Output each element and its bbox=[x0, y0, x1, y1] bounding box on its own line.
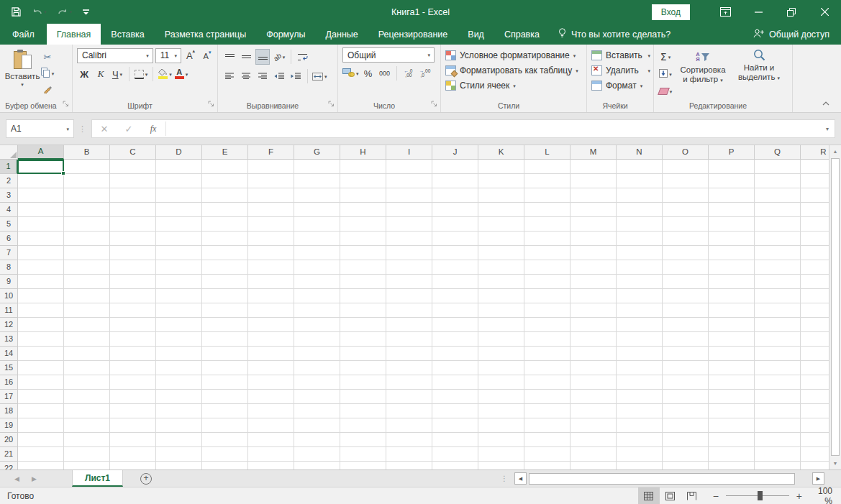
cell-N3[interactable] bbox=[617, 188, 663, 203]
cell-J1[interactable] bbox=[432, 160, 478, 174]
group-font-dialog-launcher[interactable] bbox=[208, 99, 214, 109]
cell-K6[interactable] bbox=[478, 232, 524, 246]
row-header-1[interactable]: 1 bbox=[0, 160, 18, 174]
cell-K10[interactable] bbox=[478, 289, 524, 303]
cell-L4[interactable] bbox=[524, 203, 570, 217]
cell-E3[interactable] bbox=[202, 188, 248, 203]
cell-I4[interactable] bbox=[386, 203, 432, 217]
new-sheet-button[interactable]: + bbox=[140, 473, 152, 485]
cell-J20[interactable] bbox=[432, 433, 478, 447]
cell-C1[interactable] bbox=[110, 160, 156, 174]
name-box[interactable]: A1 ▾ bbox=[6, 119, 74, 138]
accounting-format-button[interactable]: ▾ bbox=[342, 65, 359, 81]
prev-sheet-icon[interactable]: ◀ bbox=[14, 475, 19, 482]
cell-R21[interactable] bbox=[801, 447, 829, 462]
cell-M15[interactable] bbox=[570, 361, 617, 375]
cell-N4[interactable] bbox=[617, 203, 663, 217]
cell-F21[interactable] bbox=[248, 447, 294, 462]
copy-button[interactable]: ▾ bbox=[40, 65, 55, 81]
collapse-ribbon-button[interactable] bbox=[822, 98, 829, 108]
cell-N13[interactable] bbox=[617, 332, 663, 347]
cell-P8[interactable] bbox=[709, 260, 755, 275]
undo-dropdown-icon[interactable]: ▾ bbox=[44, 9, 47, 14]
find-select-button[interactable]: Найти и выделить ▾ bbox=[733, 47, 785, 99]
cell-A8[interactable] bbox=[18, 260, 64, 275]
cell-K19[interactable] bbox=[478, 418, 524, 433]
cell-F14[interactable] bbox=[248, 347, 294, 361]
cell-D15[interactable] bbox=[156, 361, 202, 375]
cell-H21[interactable] bbox=[340, 447, 386, 462]
cell-F19[interactable] bbox=[248, 418, 294, 433]
cell-N17[interactable] bbox=[617, 390, 663, 404]
row-header-7[interactable]: 7 bbox=[0, 246, 18, 260]
cell-E2[interactable] bbox=[202, 174, 248, 188]
cell-O19[interactable] bbox=[663, 418, 709, 433]
cell-L17[interactable] bbox=[524, 390, 570, 404]
cell-M17[interactable] bbox=[570, 390, 617, 404]
cell-B16[interactable] bbox=[64, 375, 110, 390]
cell-G21[interactable] bbox=[294, 447, 340, 462]
row-header-6[interactable]: 6 bbox=[0, 232, 18, 246]
cell-L6[interactable] bbox=[524, 232, 570, 246]
row-header-8[interactable]: 8 bbox=[0, 260, 18, 275]
zoom-level-label[interactable]: 100 % bbox=[811, 486, 841, 504]
cell-Q19[interactable] bbox=[755, 418, 801, 433]
cell-L3[interactable] bbox=[524, 188, 570, 203]
cell-R3[interactable] bbox=[801, 188, 829, 203]
cell-D5[interactable] bbox=[156, 217, 202, 232]
cell-J10[interactable] bbox=[432, 289, 478, 303]
cell-D18[interactable] bbox=[156, 404, 202, 418]
cell-J5[interactable] bbox=[432, 217, 478, 232]
cell-O10[interactable] bbox=[663, 289, 709, 303]
cell-G19[interactable] bbox=[294, 418, 340, 433]
cell-I20[interactable] bbox=[386, 433, 432, 447]
cell-K1[interactable] bbox=[478, 160, 524, 174]
cell-styles-button[interactable]: Стили ячеек▾ bbox=[445, 78, 583, 93]
cell-H1[interactable] bbox=[340, 160, 386, 174]
cell-J12[interactable] bbox=[432, 318, 478, 332]
column-header-H[interactable]: H bbox=[340, 145, 386, 160]
wrap-text-button[interactable] bbox=[296, 49, 310, 65]
cell-A9[interactable] bbox=[18, 275, 64, 289]
cell-R10[interactable] bbox=[801, 289, 829, 303]
cell-O20[interactable] bbox=[663, 433, 709, 447]
cell-N14[interactable] bbox=[617, 347, 663, 361]
cell-C6[interactable] bbox=[110, 232, 156, 246]
cell-C11[interactable] bbox=[110, 303, 156, 318]
align-top-button[interactable] bbox=[222, 49, 237, 65]
cell-N6[interactable] bbox=[617, 232, 663, 246]
cell-F1[interactable] bbox=[248, 160, 294, 174]
cell-Q14[interactable] bbox=[755, 347, 801, 361]
cell-D1[interactable] bbox=[156, 160, 202, 174]
cell-O4[interactable] bbox=[663, 203, 709, 217]
cell-E21[interactable] bbox=[202, 447, 248, 462]
tab-split-handle[interactable]: ⋮ bbox=[501, 475, 508, 482]
cell-A5[interactable] bbox=[18, 217, 64, 232]
align-right-button[interactable] bbox=[255, 68, 270, 84]
column-header-O[interactable]: O bbox=[663, 145, 709, 160]
cell-H16[interactable] bbox=[340, 375, 386, 390]
cell-N2[interactable] bbox=[617, 174, 663, 188]
cell-J2[interactable] bbox=[432, 174, 478, 188]
row-header-4[interactable]: 4 bbox=[0, 203, 18, 217]
cell-G17[interactable] bbox=[294, 390, 340, 404]
cell-N11[interactable] bbox=[617, 303, 663, 318]
column-header-A[interactable]: A bbox=[18, 145, 64, 160]
cell-D20[interactable] bbox=[156, 433, 202, 447]
cell-F7[interactable] bbox=[248, 246, 294, 260]
cell-F17[interactable] bbox=[248, 390, 294, 404]
cell-Q1[interactable] bbox=[755, 160, 801, 174]
cell-F4[interactable] bbox=[248, 203, 294, 217]
zoom-slider-handle[interactable] bbox=[758, 491, 763, 500]
cell-I8[interactable] bbox=[386, 260, 432, 275]
align-center-button[interactable] bbox=[239, 68, 253, 84]
cell-E6[interactable] bbox=[202, 232, 248, 246]
zoom-out-button[interactable]: − bbox=[713, 490, 719, 502]
ribbon-tab-0[interactable]: Главная bbox=[47, 24, 101, 45]
cell-M13[interactable] bbox=[570, 332, 617, 347]
cell-C10[interactable] bbox=[110, 289, 156, 303]
cell-K14[interactable] bbox=[478, 347, 524, 361]
restore-button[interactable] bbox=[775, 0, 808, 24]
cell-O2[interactable] bbox=[663, 174, 709, 188]
column-header-C[interactable]: C bbox=[110, 145, 156, 160]
